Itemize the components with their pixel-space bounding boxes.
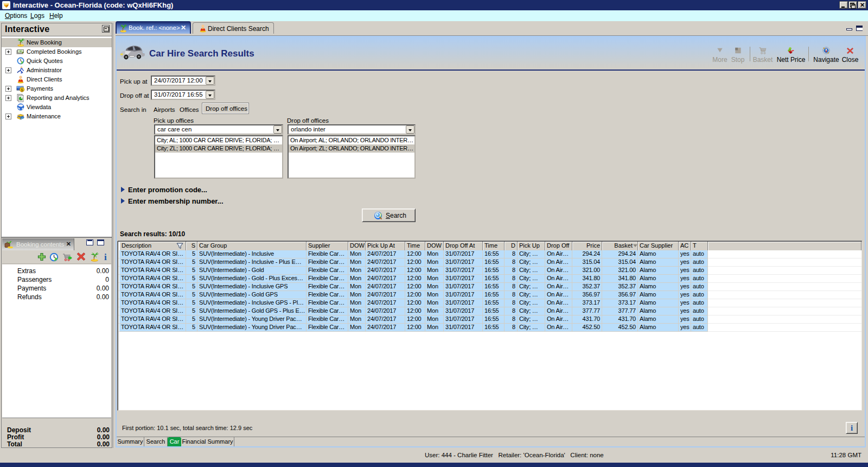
svg-text:$: $ [21,87,23,92]
